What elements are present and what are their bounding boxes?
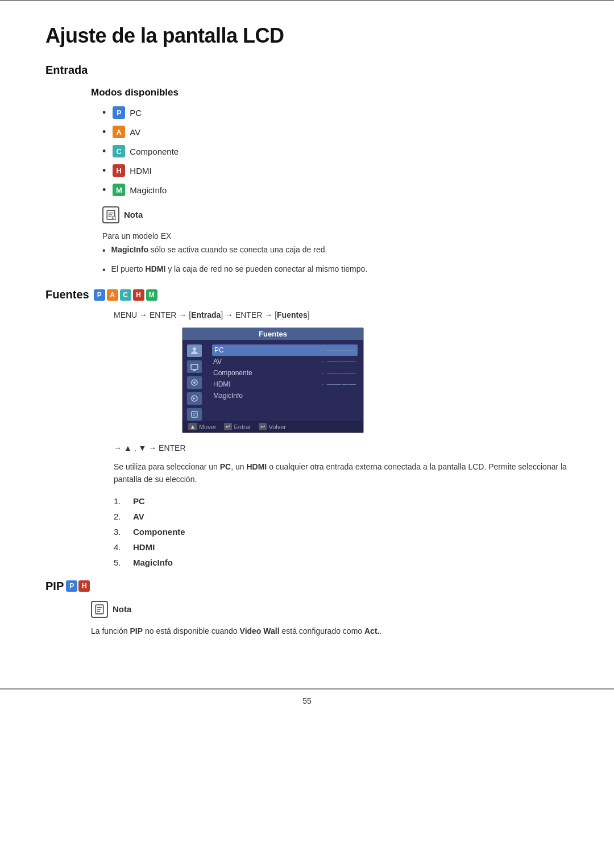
numbered-item-3: 3.Componente (114, 527, 569, 537)
fuentes-menu-path: MENU → ENTER → [Entrada] → ENTER → [Fuen… (114, 310, 569, 319)
badge-a: A (113, 126, 125, 138)
nota-box: ✎ Nota (102, 206, 569, 223)
numbered-item-4: 4.HDMI (114, 542, 569, 552)
pip-nota-label: Nota (113, 601, 131, 618)
fuentes-title: Fuentes (45, 288, 89, 301)
badge-c: C (113, 145, 125, 157)
osd-icon-3 (187, 376, 202, 389)
osd-icon-2 (187, 360, 202, 373)
fuentes-description: Se utiliza para seleccionar un PC, un HD… (114, 460, 569, 486)
pip-nota-box: Nota (91, 601, 569, 618)
fuentes-badge-a: A (107, 289, 118, 301)
mode-label-hdmi: HDMI (130, 166, 151, 176)
svg-rect-13 (192, 412, 197, 417)
modos-disponibles-title: Modos disponibles (91, 87, 569, 98)
osd-icon-1 (187, 344, 202, 357)
modes-list: P PC A AV C Componente H HDMI M MagicInf… (102, 106, 569, 196)
nota-bullets: MagicInfo sólo se activa cuando se conec… (102, 244, 569, 277)
numbered-item-5: 5.MagicInfo (114, 558, 569, 567)
section-entrada: Entrada (45, 64, 569, 77)
osd-title: Fuentes (182, 328, 363, 340)
osd-btn-entrar: ↵ Entrar (224, 423, 251, 430)
osd-item-componente: Componente· ———— (212, 367, 358, 379)
svg-point-11 (193, 381, 196, 384)
page-title: Ajuste de la pantalla LCD (45, 24, 569, 48)
para-model-text: Para un modelo EX (102, 231, 569, 240)
fuentes-badge-h: H (133, 289, 144, 301)
list-item: C Componente (102, 145, 569, 157)
osd-item-av: AV· ———— (212, 356, 358, 367)
osd-item-magicinfo: MagicInfo (212, 390, 358, 401)
nota-bullet-1: MagicInfo sólo se activa cuando se conec… (102, 244, 569, 258)
list-item: H HDMI (102, 164, 569, 177)
osd-btn-volver: ↩ Volver (259, 423, 286, 430)
osd-screenshot: Fuentes PC (182, 327, 364, 433)
mode-label-av: AV (130, 127, 140, 137)
osd-icon-5 (187, 408, 202, 421)
osd-bottom-bar: ▲ Mover ↵ Entrar ↩ Volver (182, 421, 363, 433)
svg-rect-7 (191, 364, 198, 369)
arrow-enter: → ▲ , ▼ → ENTER (114, 443, 569, 452)
badge-p: P (113, 106, 125, 119)
pip-badge-h: H (78, 580, 90, 592)
list-item: M MagicInfo (102, 184, 569, 196)
pip-nota-text: La función PIP no está disponible cuando… (91, 625, 569, 637)
page-number: 55 (0, 690, 614, 712)
pip-badge-p: P (66, 580, 77, 592)
osd-item-hdmi: HDMI· ———— (212, 379, 358, 390)
badge-m: M (113, 184, 125, 196)
list-item: A AV (102, 126, 569, 138)
osd-body: PC· ———— AV· ———— Componente· ———— HDMI·… (182, 340, 363, 421)
fuentes-section-heading: Fuentes P A C H M (45, 288, 569, 301)
pip-title: PIP (45, 580, 64, 593)
osd-icon-4 (187, 392, 202, 405)
osd-btn-mover: ▲ Mover (188, 423, 216, 430)
osd-sidebar (182, 340, 206, 421)
fuentes-badge-p: P (94, 289, 105, 301)
mode-label-magicinfo: MagicInfo (130, 185, 167, 195)
pip-nota-icon (91, 601, 108, 618)
svg-point-6 (193, 347, 196, 351)
fuentes-badge-m: M (146, 289, 157, 301)
nota-label: Nota (124, 206, 143, 223)
numbered-item-1: 1.PC (114, 496, 569, 506)
pip-section-heading: PIP P H (45, 580, 569, 593)
osd-item-pc: PC· ———— (212, 344, 358, 356)
numbered-item-2: 2.AV (114, 512, 569, 521)
badge-h: H (113, 164, 125, 177)
nota-bullet-2: El puerto HDMI y la caja de red no se pu… (102, 263, 569, 277)
fuentes-numbered-list: 1.PC 2.AV 3.Componente 4.HDMI 5.MagicInf… (114, 496, 569, 567)
nota-icon: ✎ (102, 206, 119, 223)
mode-label-pc: PC (130, 108, 142, 118)
osd-content: PC· ———— AV· ———— Componente· ———— HDMI·… (206, 340, 363, 421)
list-item: P PC (102, 106, 569, 119)
mode-label-componente: Componente (130, 147, 179, 156)
svg-text:✎: ✎ (113, 218, 115, 220)
fuentes-badge-c: C (120, 289, 131, 301)
